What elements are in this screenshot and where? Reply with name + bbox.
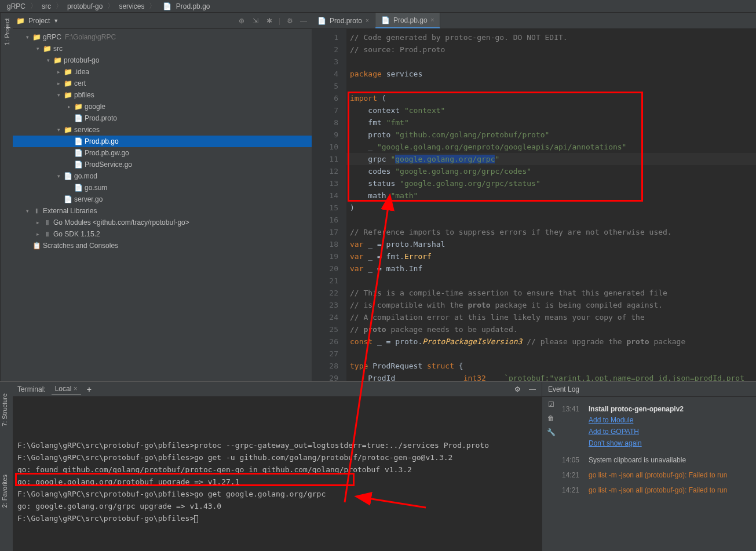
code-line[interactable] <box>346 348 756 360</box>
code-line[interactable]: fmt "fmt" <box>346 116 756 129</box>
tree-item[interactable]: ▾📁pbfiles <box>13 89 312 101</box>
tree-item[interactable]: ▸📁.idea <box>13 66 312 78</box>
terminal-add-button[interactable]: + <box>87 385 92 394</box>
close-icon[interactable]: × <box>366 17 369 24</box>
event-item[interactable]: 14:21go list -m -json all (protobuf-go):… <box>562 483 754 498</box>
code-line[interactable] <box>346 56 756 68</box>
code-line[interactable]: codes "google.golang.org/grpc/codes" <box>346 165 756 177</box>
editor-tab[interactable]: 📄Prod.pb.go× <box>375 13 441 28</box>
code-line[interactable]: grpc "google.golang.org/grpc" <box>346 153 756 165</box>
tree-arrow[interactable]: ▾ <box>23 34 31 40</box>
check-icon[interactable]: ☑ <box>548 400 554 408</box>
wrench-icon[interactable]: 🔧 <box>547 428 556 436</box>
breadcrumb-item[interactable]: src <box>39 2 53 10</box>
event-item[interactable]: 13:41Install protoc-gen-openapiv2Add to … <box>562 402 754 453</box>
code-line[interactable]: var _ = fmt.Errorf <box>346 250 756 262</box>
event-link[interactable]: Add to Module <box>589 414 754 426</box>
code-line[interactable] <box>346 80 756 92</box>
tree-arrow[interactable]: ▸ <box>54 69 63 75</box>
tree-item[interactable]: ▸📁cert <box>13 78 312 89</box>
code-line[interactable]: var _ = proto.Marshal <box>346 238 756 250</box>
tree-item[interactable]: ▾📁services <box>13 124 312 136</box>
code-line[interactable]: math "math" <box>346 189 756 202</box>
editor-tab[interactable]: 📄Prod.proto× <box>312 13 375 28</box>
tree-item[interactable]: 📄ProdService.go <box>13 159 312 170</box>
gear-icon[interactable]: ⚙ <box>285 16 294 25</box>
breadcrumb-item[interactable]: services <box>116 2 147 10</box>
code-line[interactable]: import ( <box>346 92 756 104</box>
terminal-tab-local[interactable]: Local × <box>52 384 81 395</box>
code-line[interactable]: type ProdRequest struct { <box>346 360 756 372</box>
collapse-icon[interactable]: ⇲ <box>251 16 260 25</box>
code-line[interactable]: // This is a compile-time assertion to e… <box>346 287 756 299</box>
code-line[interactable]: // source: Prod.proto <box>346 43 756 56</box>
code-line[interactable]: // Reference imports to suppress errors … <box>346 226 756 238</box>
code-line[interactable]: context "context" <box>346 104 756 116</box>
code-line[interactable]: // proto package needs to be updated. <box>346 323 756 335</box>
code-line[interactable]: // Code generated by protoc-gen-go. DO N… <box>346 31 756 43</box>
tree-item[interactable]: ▸📁google <box>13 101 312 112</box>
tree-item[interactable]: 📄go.sum <box>13 182 312 194</box>
side-tab-project[interactable]: 1: Project <box>0 13 13 381</box>
code-line[interactable] <box>346 214 756 226</box>
tree-arrow[interactable]: ▾ <box>34 46 42 52</box>
tree-item[interactable]: ▾📁protobuf-go <box>13 54 312 66</box>
close-icon[interactable]: × <box>74 385 78 393</box>
tree-item[interactable]: 📄Prod.proto <box>13 112 312 124</box>
code-line[interactable]: proto "github.com/golang/protobuf/proto" <box>346 129 756 141</box>
code-line[interactable]: // is compatible with the proto package … <box>346 299 756 311</box>
locate-icon[interactable]: ⊕ <box>237 16 246 25</box>
side-tab-structure[interactable]: 7: Structure <box>1 393 8 426</box>
tree-arrow[interactable]: ▾ <box>54 173 63 179</box>
tree-item[interactable]: 📄server.go <box>13 194 312 205</box>
code-area[interactable]: 1234567891011121314151617181920212223242… <box>312 29 756 381</box>
code-content[interactable]: // Code generated by protoc-gen-go. DO N… <box>346 29 756 381</box>
breadcrumb-item[interactable]: gRPC <box>5 2 28 10</box>
event-link[interactable]: Don't show again <box>589 437 754 449</box>
tree-label: Go SDK 1.15.2 <box>53 230 100 238</box>
code-line[interactable]: status "google.golang.org/grpc/status" <box>346 177 756 189</box>
event-item[interactable]: 14:21go list -m -json all (protobuf-go):… <box>562 468 754 483</box>
tree-arrow[interactable]: ▸ <box>54 81 63 86</box>
breadcrumb-item[interactable]: 📄 Prod.pb.go <box>158 2 212 10</box>
project-tree[interactable]: ▾📁gRPCF:\Golang\gRPC▾📁src▾📁protobuf-go▸📁… <box>13 29 312 381</box>
trash-icon[interactable]: 🗑 <box>547 414 554 422</box>
tree-arrow[interactable]: ▸ <box>34 220 42 225</box>
event-item[interactable]: 14:05System clipboard is unavailable <box>562 453 754 468</box>
code-line[interactable]: ProdId int32 `protobuf:"varint,1,opt,nam… <box>346 372 756 381</box>
code-line[interactable]: const _ = proto.ProtoPackageIsVersion3 /… <box>346 335 756 348</box>
side-tab-favorites[interactable]: 2: Favorites <box>1 475 8 508</box>
hide-icon[interactable]: — <box>299 16 308 25</box>
tree-arrow[interactable]: ▾ <box>54 127 63 133</box>
code-line[interactable]: package services <box>346 68 756 80</box>
tree-item[interactable]: ▾⫴External Libraries <box>13 205 312 217</box>
tree-arrow[interactable]: ▾ <box>23 208 31 214</box>
tree-arrow[interactable]: ▸ <box>65 104 73 110</box>
tree-item[interactable]: 📄Prod.pb.gw.go <box>13 147 312 159</box>
tree-arrow[interactable]: ▾ <box>44 57 52 63</box>
code-line[interactable]: _ "google.golang.org/genproto/googleapis… <box>346 141 756 153</box>
tree-item[interactable]: ▾📁src <box>13 43 312 54</box>
tree-item[interactable]: ▸⫴Go Modules <github.com/tracy/rpotobuf-… <box>13 217 312 228</box>
tree-label: pbfiles <box>74 91 94 99</box>
terminal-content[interactable]: F:\Golang\gRPC\src\protobuf-go\pbfiles>p… <box>13 397 542 551</box>
code-line[interactable]: ) <box>346 202 756 214</box>
chevron-down-icon[interactable]: ▼ <box>53 18 59 24</box>
tree-item[interactable]: ▾📄go.mod <box>13 170 312 182</box>
tree-arrow[interactable]: ▸ <box>34 231 42 237</box>
event-link[interactable]: Add to GOPATH <box>589 426 754 437</box>
breadcrumb-item[interactable]: protobuf-go <box>65 2 105 10</box>
code-line[interactable]: var _ = math.Inf <box>346 262 756 275</box>
hide-icon[interactable]: — <box>528 385 537 394</box>
code-line[interactable] <box>346 275 756 287</box>
settings-icon[interactable]: ✱ <box>265 16 274 25</box>
gear-icon[interactable]: ⚙ <box>513 385 522 394</box>
tree-arrow[interactable]: ▾ <box>54 92 63 98</box>
tree-item[interactable]: ▾📁gRPCF:\Golang\gRPC <box>13 31 312 43</box>
tree-item[interactable]: 📄Prod.pb.go <box>13 136 312 147</box>
event-log-title: Event Log <box>548 385 579 393</box>
code-line[interactable]: // A compilation error at this line like… <box>346 311 756 323</box>
close-icon[interactable]: × <box>431 17 434 23</box>
tree-item[interactable]: 📋Scratches and Consoles <box>13 240 312 251</box>
tree-item[interactable]: ▸⫴Go SDK 1.15.2 <box>13 228 312 240</box>
